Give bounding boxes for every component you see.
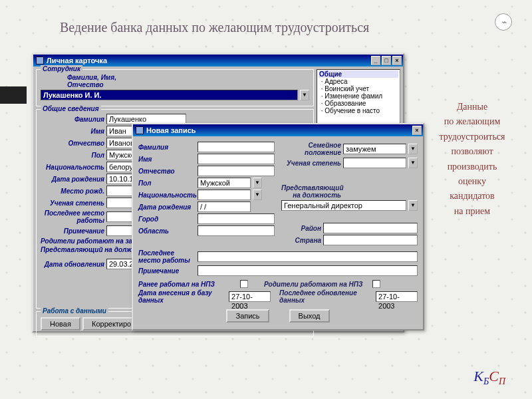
surname-input[interactable] xyxy=(198,142,275,152)
tree-item[interactable]: · Адреса xyxy=(319,78,398,85)
category-tree[interactable]: Общие · Адреса · Воинский учет · Изменен… xyxy=(317,69,400,126)
titlebar-title: Новая запись xyxy=(146,126,196,134)
fio-field[interactable]: Лукашенко И. И. xyxy=(41,90,298,100)
chevron-down-icon[interactable]: ▼ xyxy=(408,200,418,211)
patronymic-input[interactable] xyxy=(198,166,275,176)
tree-item-label: Адреса xyxy=(325,78,347,85)
tree-item-label: Образование xyxy=(325,100,366,107)
label-entered: Дата внесения в базу данных xyxy=(138,289,227,304)
label-prev-npz: Ранее работал на НПЗ xyxy=(138,281,238,288)
entered-input[interactable]: 27-10-2003 xyxy=(229,291,271,302)
dropdown-button-icon[interactable]: ▼ xyxy=(300,90,309,100)
maximize-button[interactable]: □ xyxy=(382,56,391,65)
logo-p: П xyxy=(499,376,505,386)
nationality-input[interactable] xyxy=(198,190,251,200)
degree-input[interactable] xyxy=(343,158,406,168)
new-button[interactable]: Новая xyxy=(41,317,80,331)
chevron-down-icon[interactable]: ▼ xyxy=(408,144,418,154)
name-input[interactable] xyxy=(198,154,275,164)
label-name: Имя xyxy=(138,156,196,163)
logo-k: К xyxy=(473,368,483,384)
tree-item[interactable]: · Образование xyxy=(319,100,398,107)
side-line: по желающим xyxy=(432,114,512,129)
tree-item[interactable]: · Обучение в насто xyxy=(319,107,398,114)
side-line: производить xyxy=(432,160,512,174)
label-nationality: Национальность xyxy=(138,192,196,199)
label-pob: Место рожд. xyxy=(41,188,104,195)
label-patronymic: Отчество xyxy=(138,168,196,175)
side-line: позволяют xyxy=(432,144,512,159)
footer-logo: КБСП xyxy=(473,368,505,387)
label-name: Имя xyxy=(41,128,104,135)
lastjob-input[interactable] xyxy=(198,251,418,262)
chevron-down-icon[interactable]: ▼ xyxy=(253,190,262,200)
titlebar-card[interactable]: Личная карточка _ □ × xyxy=(33,55,403,66)
label-surname: Фамилия xyxy=(138,144,196,151)
label-city: Город xyxy=(138,215,196,223)
titlebar-new[interactable]: Новая запись × xyxy=(133,124,423,136)
app-icon xyxy=(136,126,144,134)
parents-npz-checkbox[interactable] xyxy=(372,280,380,288)
label-surname: Фамилия xyxy=(41,116,104,123)
label-sex: Пол xyxy=(41,152,104,159)
logo-b: Б xyxy=(483,376,489,386)
group-title-general: Общие сведения xyxy=(41,105,101,112)
chevron-down-icon[interactable]: ▼ xyxy=(253,178,262,188)
logo-s: С xyxy=(489,368,499,384)
save-button[interactable]: Запись xyxy=(226,309,269,323)
side-line: трудоустроиться xyxy=(432,130,512,144)
sex-input[interactable]: Мужской xyxy=(198,178,251,188)
label-note: Примечание xyxy=(138,267,196,275)
titlebar-title: Личная карточка xyxy=(47,57,107,65)
updated-input[interactable]: 27-10-2003 xyxy=(376,291,418,302)
prev-npz-checkbox[interactable] xyxy=(240,280,248,288)
label-patronymic: Отчество xyxy=(41,140,104,147)
label-updated: Дата обновления xyxy=(41,261,104,268)
tree-item-label: Изменение фамил xyxy=(325,92,382,100)
side-line: оценку xyxy=(432,174,512,189)
tree-item[interactable]: · Изменение фамил xyxy=(319,92,398,100)
close-button[interactable]: × xyxy=(412,126,422,135)
label-nationality: Национальность xyxy=(41,164,104,171)
country-input[interactable] xyxy=(323,235,418,245)
tree-item[interactable]: · Воинский учет xyxy=(319,85,398,92)
group-employee: Сотрудник Фамилия, Имя, Отчество Лукашен… xyxy=(36,69,314,106)
label-note: Примечание xyxy=(41,227,104,235)
label-dob: Дата рождения xyxy=(41,176,104,183)
label-sex: Пол xyxy=(138,180,196,187)
label-district: Район xyxy=(281,225,321,232)
side-caption: Данные по желающим трудоустроиться позво… xyxy=(432,100,512,219)
slide-title: Ведение банка данных по желающим трудоус… xyxy=(60,20,369,35)
label-position: Представляющий на должность xyxy=(281,184,341,199)
corner-ornament: ⌁ xyxy=(495,13,512,31)
decor-bar xyxy=(0,86,27,104)
minimize-button[interactable]: _ xyxy=(371,56,380,65)
city-input[interactable] xyxy=(198,213,275,224)
dob-input[interactable]: / / xyxy=(198,201,251,212)
label-lastjob: Последнее место работы xyxy=(138,249,196,264)
marital-input[interactable]: замужем xyxy=(343,144,406,154)
label-updated: Последнее обновление данных xyxy=(279,289,374,304)
district-input[interactable] xyxy=(323,223,418,233)
group-title-employee: Сотрудник xyxy=(41,65,82,72)
label-parents-npz: Родители работают на НПЗ xyxy=(264,281,370,288)
side-line: кандидатов xyxy=(432,189,512,203)
label-region: Область xyxy=(138,227,196,235)
tree-root[interactable]: Общие xyxy=(319,70,398,78)
exit-button[interactable]: Выход xyxy=(289,309,330,323)
group-title-work: Работа с данными xyxy=(41,307,108,315)
close-button[interactable]: × xyxy=(392,56,402,65)
side-line: Данные xyxy=(432,100,512,114)
position-input[interactable]: Генеральный директор xyxy=(281,200,406,211)
window-new-record[interactable]: Новая запись × Фамилия Имя Отчество ПолМ… xyxy=(132,123,424,331)
label-lastjob: Последнее место работы xyxy=(41,209,104,224)
label-degree: Ученая степень xyxy=(281,160,341,167)
label-fio: Фамилия, Имя, Отчество xyxy=(41,74,134,88)
chevron-down-icon[interactable]: ▼ xyxy=(408,158,418,168)
tree-item-label: Обучение в насто xyxy=(325,107,380,114)
label-degree: Ученая степень xyxy=(41,200,104,207)
region-input[interactable] xyxy=(198,225,275,236)
note-input[interactable] xyxy=(198,265,418,276)
tree-item-label: Воинский учет xyxy=(325,85,369,92)
app-icon xyxy=(36,57,44,65)
